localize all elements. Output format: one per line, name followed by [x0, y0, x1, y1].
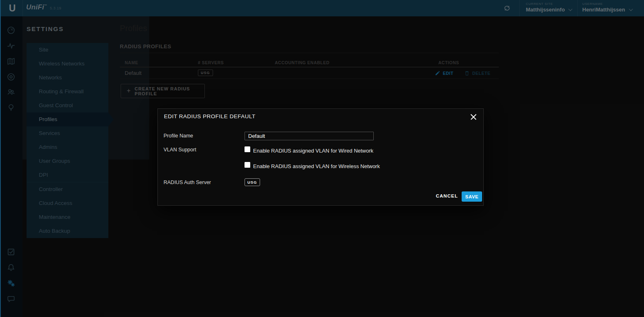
radius-auth-server-label: RADIUS Auth Server: [164, 180, 211, 185]
cancel-button[interactable]: CANCEL: [436, 193, 458, 198]
save-button[interactable]: SAVE: [462, 191, 482, 202]
wireless-vlan-checkbox-label: Enable RADIUS assigned VLAN for Wireless…: [253, 163, 380, 169]
unifi-settings-screen: U UniFi™ 5.3.19 CURRENT SITE Matthijssen…: [0, 0, 644, 317]
wireless-vlan-checkbox[interactable]: [245, 162, 250, 168]
profile-name-input[interactable]: [245, 132, 374, 140]
modal-title: EDIT RADIUS PROFILE DEFAULT: [164, 113, 256, 119]
usg-badge: USG: [245, 178, 260, 186]
edit-radius-profile-modal: EDIT RADIUS PROFILE DEFAULT Profile Name…: [157, 108, 484, 206]
vlan-support-label: VLAN Support: [164, 147, 196, 153]
wired-vlan-checkbox[interactable]: [245, 146, 250, 152]
profile-name-label: Profile Name: [164, 133, 193, 139]
close-icon[interactable]: [470, 114, 477, 120]
wired-vlan-checkbox-label: Enable RADIUS assigned VLAN for Wired Ne…: [253, 148, 373, 154]
